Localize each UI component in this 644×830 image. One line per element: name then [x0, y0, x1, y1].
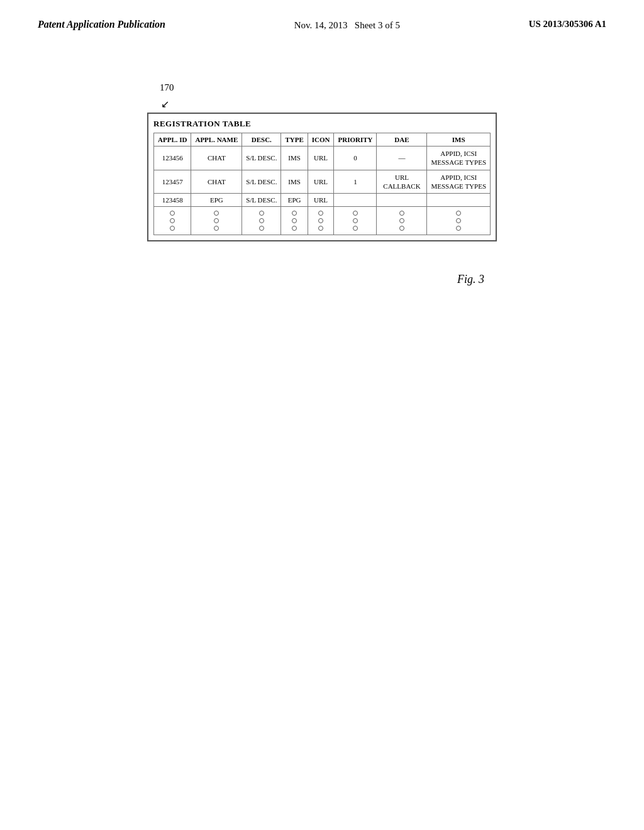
col-ims: IMS: [427, 133, 491, 147]
col-desc: DESC.: [242, 133, 281, 147]
ref-number: 170: [160, 82, 174, 93]
dot: [318, 226, 323, 231]
cell-desc-1: S/L DESC.: [242, 147, 281, 170]
col-appl-id: APPL. ID: [154, 133, 191, 147]
table-row: 123456 CHAT S/L DESC. IMS URL 0 — APPID,…: [154, 147, 491, 170]
dot: [318, 218, 323, 223]
cell-ims-1: APPID, ICSIMESSAGE TYPES: [427, 147, 491, 170]
cell-priority-2: 1: [334, 170, 377, 194]
cell-type-2: IMS: [281, 170, 308, 194]
dot: [170, 218, 175, 223]
page-content: 170 ↙ REGISTRATION TABLE APPL. ID APPL. …: [0, 45, 644, 286]
dot: [399, 218, 404, 223]
dot: [214, 211, 219, 216]
registration-table-container: REGISTRATION TABLE APPL. ID APPL. NAME D…: [147, 113, 497, 241]
cell-appl-name-dots: [191, 207, 242, 235]
col-priority: PRIORITY: [334, 133, 377, 147]
cell-ims-3: [427, 194, 491, 207]
dot: [259, 211, 264, 216]
cell-priority-3: [334, 194, 377, 207]
header-right: US 2013/305306 A1: [529, 19, 606, 30]
cell-dae-dots: [377, 207, 427, 235]
col-dae: DAE: [377, 133, 427, 147]
header-sheet: Sheet 3 of 5: [355, 20, 400, 30]
dot: [259, 226, 264, 231]
figure-caption: Fig. 3: [457, 273, 484, 286]
dot: [318, 211, 323, 216]
dot: [214, 226, 219, 231]
dot: [353, 226, 358, 231]
dot: [170, 211, 175, 216]
cell-appl-name-3: EPG: [191, 194, 242, 207]
col-type: TYPE: [281, 133, 308, 147]
header-left: Patent Application Publication: [38, 19, 165, 30]
ref-arrow: ↙: [161, 98, 169, 110]
cell-appl-id-1: 123456: [154, 147, 191, 170]
cell-type-1: IMS: [281, 147, 308, 170]
dot: [456, 218, 461, 223]
registration-table: APPL. ID APPL. NAME DESC. TYPE ICON PRIO…: [153, 133, 491, 235]
header-date: Nov. 14, 2013: [294, 20, 348, 30]
cell-desc-2: S/L DESC.: [242, 170, 281, 194]
cell-desc-dots: [242, 207, 281, 235]
cell-priority-dots: [334, 207, 377, 235]
cell-desc-3: S/L DESC.: [242, 194, 281, 207]
cell-appl-name-1: CHAT: [191, 147, 242, 170]
cell-type-dots: [281, 207, 308, 235]
col-appl-name: APPL. NAME: [191, 133, 242, 147]
cell-appl-id-2: 123457: [154, 170, 191, 194]
page-header: Patent Application Publication Nov. 14, …: [0, 0, 644, 45]
diagram-area: 170 ↙ REGISTRATION TABLE APPL. ID APPL. …: [147, 82, 497, 286]
cell-dae-1: —: [377, 147, 427, 170]
table-row: [154, 207, 491, 235]
dot: [292, 226, 297, 231]
dot: [399, 211, 404, 216]
table-title: REGISTRATION TABLE: [153, 119, 491, 129]
cell-ims-dots: [427, 207, 491, 235]
dot: [170, 226, 175, 231]
dot: [353, 218, 358, 223]
col-icon: ICON: [308, 133, 334, 147]
cell-icon-2: URL: [308, 170, 334, 194]
cell-ims-2: APPID, ICSIMESSAGE TYPES: [427, 170, 491, 194]
dot: [292, 218, 297, 223]
cell-icon-1: URL: [308, 147, 334, 170]
cell-dae-2: URLCALLBACK: [377, 170, 427, 194]
cell-appl-id-dots: [154, 207, 191, 235]
dot: [214, 218, 219, 223]
cell-icon-3: URL: [308, 194, 334, 207]
table-row: 123457 CHAT S/L DESC. IMS URL 1 URLCALLB…: [154, 170, 491, 194]
cell-type-3: EPG: [281, 194, 308, 207]
dot: [456, 211, 461, 216]
cell-icon-dots: [308, 207, 334, 235]
dot: [456, 226, 461, 231]
table-row: 123458 EPG S/L DESC. EPG URL: [154, 194, 491, 207]
dot: [292, 211, 297, 216]
table-header-row: APPL. ID APPL. NAME DESC. TYPE ICON PRIO…: [154, 133, 491, 147]
cell-appl-name-2: CHAT: [191, 170, 242, 194]
dot: [259, 218, 264, 223]
cell-appl-id-3: 123458: [154, 194, 191, 207]
dot: [399, 226, 404, 231]
cell-priority-1: 0: [334, 147, 377, 170]
cell-dae-3: [377, 194, 427, 207]
dot: [353, 211, 358, 216]
header-center: Nov. 14, 2013 Sheet 3 of 5: [294, 19, 400, 32]
